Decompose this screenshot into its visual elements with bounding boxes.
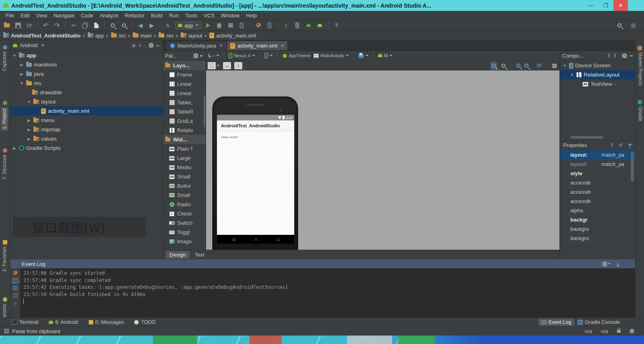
api-version-select[interactable] — [264, 53, 273, 58]
android-icon[interactable] — [316, 21, 324, 29]
find-icon[interactable] — [108, 21, 117, 29]
cut-icon[interactable]: ✂ — [69, 21, 78, 29]
breadcrumb-res[interactable]: res — [159, 33, 173, 39]
device-screen-preview[interactable]: 5:10 AndroidTest_AndroidStudio Hello wor… — [217, 115, 294, 244]
collapse-all-icon[interactable]: ⌖ — [139, 43, 142, 48]
menu-navigate[interactable]: Navigate — [50, 12, 77, 19]
gear-icon[interactable] — [603, 262, 607, 266]
tree-item-mipmap[interactable]: ▶mipmap — [10, 125, 163, 134]
ctree-relativelayout[interactable]: ▼RelativeLayout — [560, 70, 635, 79]
property-row[interactable]: backgr — [560, 215, 636, 224]
palette-item-linearlayout-v[interactable]: Linear — [163, 89, 206, 98]
android-box-icon[interactable] — [304, 21, 313, 29]
project-view-selector[interactable]: Android — [20, 42, 38, 48]
activity-select[interactable]: MainActivity — [314, 53, 349, 58]
property-row[interactable]: backgro — [560, 234, 636, 243]
hector-icon[interactable] — [630, 329, 634, 334]
tab-mainactivity-java[interactable]: C MainActivity.java ✕ — [166, 41, 227, 50]
menu-code[interactable]: Code — [78, 12, 97, 19]
tool-button-structure[interactable]: 7: Structure — [2, 155, 7, 180]
palette-item-framelayout[interactable]: Frame — [163, 70, 206, 79]
tool-button-gradle-console[interactable]: Gradle Console — [578, 319, 620, 326]
preview-content[interactable]: Hello world! — [217, 131, 294, 235]
breadcrumb-app[interactable]: app — [88, 33, 104, 39]
copy-icon[interactable] — [80, 21, 89, 29]
close-tab-icon[interactable]: ✕ — [219, 43, 223, 48]
locate-icon[interactable]: ⊕ — [132, 43, 136, 48]
tab-design[interactable]: Design — [165, 251, 190, 259]
tree-item-gradle-scripts[interactable]: ▶Gradle Scripts — [10, 143, 163, 153]
properties-scrollbar[interactable] — [631, 151, 634, 181]
redo-icon[interactable]: ↷ — [53, 21, 62, 29]
property-row[interactable]: layout:match_pa — [560, 150, 636, 160]
tree-item-drawable[interactable]: drawable — [10, 88, 163, 97]
dock-icon[interactable]: ⇥ — [629, 53, 633, 58]
tool-button-messages[interactable]: 0: Messages — [89, 319, 124, 325]
debug-icon[interactable] — [215, 21, 224, 29]
sdk-manager-icon[interactable] — [293, 21, 302, 29]
help-icon[interactable]: ? — [610, 142, 613, 148]
tool-button-favorites[interactable]: 2: Favorites — [2, 247, 7, 272]
tool-button-terminal[interactable]: >_Terminal — [12, 319, 38, 325]
property-row[interactable]: accessib — [560, 187, 636, 197]
refresh-icon[interactable]: ⟳ — [537, 62, 542, 69]
palette-item-relativelayout[interactable]: Relativ — [163, 126, 206, 135]
expand-all-icon[interactable]: ⊻ — [607, 53, 611, 58]
tool-button-android[interactable]: 6: Android — [49, 319, 78, 325]
gear-icon[interactable] — [194, 54, 198, 58]
ctree-device-screen[interactable]: ▼Device Screen — [560, 61, 635, 70]
help-icon[interactable]: ? — [332, 21, 341, 29]
device-select[interactable]: Nexus 4 — [229, 53, 255, 58]
open-icon[interactable] — [2, 21, 11, 29]
hide-panel-icon[interactable]: ⇤ — [156, 43, 160, 48]
collapse-all-icon[interactable]: ⊼ — [613, 53, 617, 58]
breadcrumb-src[interactable]: src — [111, 33, 126, 39]
event-log-header[interactable]: Event Log ↓ — [10, 259, 635, 268]
property-row[interactable]: layout:match_pa — [560, 160, 636, 169]
settings-wrench-icon[interactable] — [13, 271, 18, 276]
breadcrumb-file[interactable]: activity_main.xml — [209, 33, 256, 39]
tab-text[interactable]: Text — [190, 251, 208, 259]
sync-gradle-icon[interactable]: ♀ — [282, 21, 291, 29]
tab-activity-main-xml[interactable]: activity_main.xml ✕ — [227, 41, 288, 50]
android-device-monitor-icon[interactable] — [265, 21, 274, 29]
ctree-textview[interactable]: AbTextView - — [560, 79, 635, 89]
component-tree-scrollbar[interactable] — [570, 136, 603, 139]
android-version-select[interactable]: M — [378, 53, 392, 58]
gear-icon[interactable] — [623, 54, 626, 58]
menu-vcs[interactable]: VCS — [200, 12, 218, 19]
coverage-icon[interactable] — [226, 21, 235, 29]
palette-item-tablerow[interactable]: TableR — [163, 107, 206, 116]
tree-item-layout[interactable]: ▼layout — [10, 97, 163, 106]
tool-button-maven[interactable]: Maven Projects — [638, 52, 643, 86]
menu-view[interactable]: View — [33, 12, 50, 19]
property-row[interactable]: accessib — [560, 197, 636, 206]
tool-button-todo[interactable]: TODO — [134, 319, 155, 325]
property-row[interactable]: alpha — [560, 206, 636, 215]
palette-item-medium-text[interactable]: AbMediu — [163, 163, 206, 172]
paste-icon[interactable] — [92, 21, 101, 29]
palette-scrollbar[interactable] — [204, 95, 205, 127]
tree-item-app[interactable]: ▼app — [10, 51, 163, 60]
filter-icon[interactable] — [13, 286, 18, 290]
maximize-button[interactable]: ❐ — [599, 0, 613, 11]
palette-item-small-text[interactable]: AbSmall — [163, 172, 206, 181]
palette-item-plain-textview[interactable]: AbPlain T — [163, 144, 206, 153]
tree-item-menu[interactable]: ▶menu — [10, 116, 163, 125]
avd-manager-icon[interactable] — [254, 21, 263, 29]
forward-icon[interactable]: ▶ — [147, 21, 156, 29]
zoom-to-fit-select[interactable]: ⛶ — [208, 62, 220, 69]
lock-icon[interactable] — [617, 330, 621, 333]
theme-select[interactable]: AppTheme — [282, 53, 311, 58]
property-row[interactable]: accessib — [560, 178, 636, 187]
palette-item-small-button[interactable]: OKSmall — [163, 191, 206, 200]
tool-button-gradle[interactable]: Gradle — [638, 107, 643, 121]
palette-item-checkbox[interactable]: ✓Check — [163, 209, 206, 218]
tool-button-project[interactable]: 1: Project — [1, 107, 8, 131]
palette-item-imageview[interactable]: Image — [163, 237, 206, 246]
zoom-out-icon[interactable] — [524, 63, 528, 69]
zoom-actual-icon[interactable] — [502, 63, 506, 69]
expand-vertical-icon[interactable]: ↕ — [234, 62, 242, 69]
sync-icon[interactable]: ⟳ — [25, 21, 34, 29]
run-icon[interactable] — [204, 21, 213, 29]
